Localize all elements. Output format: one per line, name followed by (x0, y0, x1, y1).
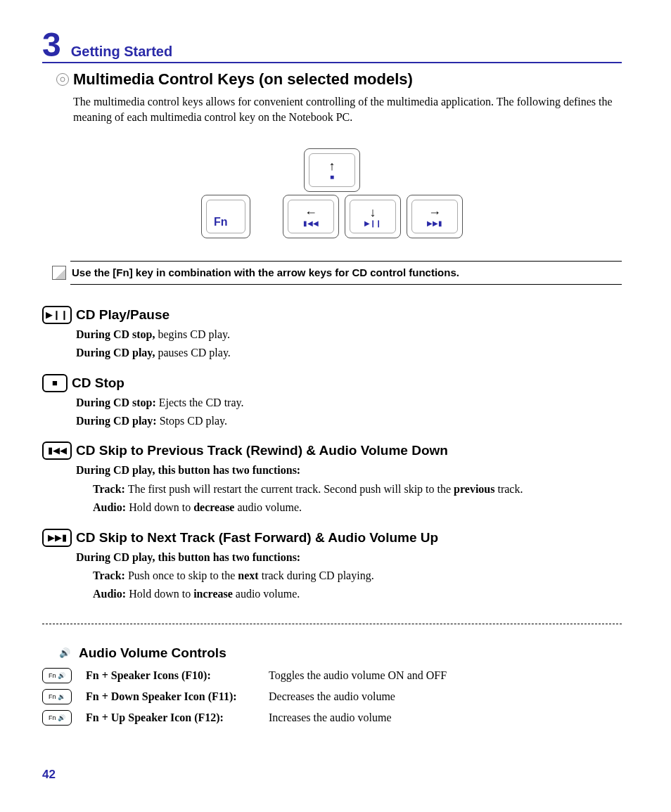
divider (42, 624, 622, 624)
next-track-line: Track: Push once to skip to the next tra… (93, 568, 622, 584)
section-heading: Multimedia Control Keys (on selected mod… (73, 70, 413, 89)
stop-l2-text: Stops CD play. (157, 415, 227, 427)
prev-heading: CD Skip to Previous Track (Rewind) & Aud… (76, 443, 448, 458)
key-down: ↓ ▶❙❙ (345, 195, 401, 238)
prev-audio-text1: Hold down to (126, 501, 193, 513)
note-box: Use the [Fn] key in combination with the… (70, 261, 622, 285)
volume-row: Fn 🔉 Fn + Down Speaker Icon (F11): Decre… (42, 689, 622, 704)
stop-l2-bold: During CD play: (76, 415, 157, 427)
prev-track-text1: The first push will restart the current … (125, 483, 454, 495)
stop-line1: During CD stop: Ejects the CD tray. (76, 395, 622, 411)
next-audio-bold2: increase (193, 588, 233, 600)
arrow-left-icon: ← (305, 206, 317, 219)
arrow-down-icon: ↓ (370, 206, 376, 219)
prev-track-bold: Track: (93, 483, 125, 495)
vol-label-f11: Fn + Down Speaker Icon (F11): (86, 690, 269, 703)
prev-audio-bold2: decrease (193, 501, 234, 513)
arrow-right-icon: → (428, 206, 441, 219)
speaker-icon: 🔊 (55, 645, 75, 661)
volume-row: Fn 🔊 Fn + Speaker Icons (F10): Toggles t… (42, 668, 622, 683)
fn-f11-icon: Fn 🔉 (42, 689, 72, 704)
next-track-text1: Push once to skip to the (125, 569, 238, 581)
vol-desc-f10: Toggles the audio volume ON and OFF (269, 669, 447, 682)
fn-f12-icon: Fn 🔊 (42, 710, 72, 726)
chapter-number: 3 (42, 28, 61, 62)
prev-lead: During CD play, this button has two func… (76, 463, 622, 478)
prev-track-icon: ▮◀◀ (303, 220, 319, 227)
vol-label-f10: Fn + Speaker Icons (F10): (86, 669, 269, 682)
arrow-up-icon: ↑ (329, 160, 336, 172)
play-l1-bold: During CD stop, (76, 328, 155, 340)
prev-track-bold2: previous (454, 483, 494, 495)
prev-lead-bold: During CD play, this button has two func… (76, 464, 300, 476)
key-up: ↑ ■ (304, 148, 360, 192)
key-fn: Fn (201, 195, 250, 238)
fn-f10-icon: Fn 🔊 (42, 668, 72, 683)
prev-audio-line: Audio: Hold down to decrease audio volum… (93, 500, 622, 515)
audio-heading: Audio Volume Controls (79, 645, 226, 661)
play-pause-heading: CD Play/Pause (76, 307, 170, 323)
vol-desc-f12: Increases the audio volume (269, 711, 392, 724)
play-pause-icon: ▶❙❙ (42, 306, 72, 324)
play-line1: During CD stop, begins CD play. (76, 327, 622, 342)
stop-line2: During CD play: Stops CD play. (76, 413, 622, 429)
stop-l1-bold: During CD stop: (76, 397, 156, 408)
prev-audio-text2: audio volume. (234, 501, 302, 513)
next-track-bold2: next (238, 569, 258, 581)
stop-heading: CD Stop (72, 375, 124, 391)
play-l1-text: begins CD play. (155, 328, 230, 340)
note-icon (52, 266, 66, 280)
note-text: Use the [Fn] key in combination with the… (72, 266, 459, 278)
stop-icon: ■ (330, 174, 334, 181)
next-track-bold: Track: (93, 569, 125, 581)
next-heading: CD Skip to Next Track (Fast Forward) & A… (76, 530, 438, 546)
next-lead: During CD play, this button has two func… (76, 550, 622, 565)
next-audio-line: Audio: Hold down to increase audio volum… (93, 586, 622, 602)
vol-desc-f11: Decreases the audio volume (269, 690, 395, 703)
play-l2-text: pauses CD play. (155, 347, 230, 359)
play-pause-icon: ▶❙❙ (364, 220, 381, 227)
play-l2-bold: During CD play, (76, 347, 155, 359)
next-track-icon: ▶▶▮ (42, 529, 72, 547)
vol-label-f12: Fn + Up Speaker Icon (F12): (86, 711, 269, 724)
key-left: ← ▮◀◀ (283, 195, 339, 238)
volume-row: Fn 🔊 Fn + Up Speaker Icon (F12): Increas… (42, 710, 622, 726)
stop-l1-text: Ejects the CD tray. (156, 397, 244, 408)
next-audio-bold: Audio: (93, 588, 126, 600)
next-lead-bold: During CD play, this button has two func… (76, 551, 300, 563)
prev-track-line: Track: The first push will restart the c… (93, 482, 622, 497)
disc-icon (56, 73, 69, 86)
next-audio-text1: Hold down to (126, 588, 193, 600)
prev-track-text2: track. (494, 483, 523, 495)
chapter-title: Getting Started (71, 44, 172, 60)
next-audio-text2: audio volume. (233, 588, 300, 600)
chapter-header: 3 Getting Started (42, 28, 622, 63)
next-track-icon: ▶▶▮ (427, 220, 442, 227)
section-intro: The multimedia control keys allows for c… (73, 94, 622, 126)
fn-label: Fn (214, 216, 228, 228)
prev-audio-bold: Audio: (93, 501, 126, 513)
key-diagram: ↑ ■ Fn ← ▮◀◀ ↓ ▶❙❙ → ▶▶▮ (42, 147, 622, 240)
key-right: → ▶▶▮ (407, 195, 463, 238)
next-track-text2: track during CD playing. (259, 569, 374, 581)
play-line2: During CD play, pauses CD play. (76, 345, 622, 361)
stop-icon: ■ (42, 374, 68, 392)
page-number: 42 (42, 768, 622, 782)
prev-track-icon: ▮◀◀ (42, 442, 72, 460)
